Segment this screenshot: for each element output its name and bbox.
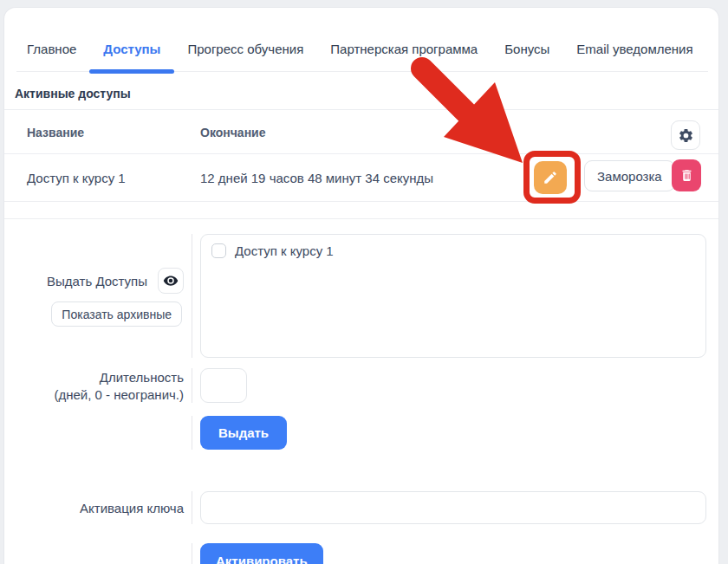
grant-button[interactable]: Выдать — [200, 416, 287, 450]
access-option-checkbox[interactable] — [211, 243, 226, 258]
access-option-row[interactable]: Доступ к курсу 1 — [211, 243, 695, 258]
form-divider — [192, 491, 192, 524]
divider — [4, 109, 718, 110]
access-options-listbox[interactable]: Доступ к курсу 1 — [200, 234, 706, 358]
table-settings-button[interactable] — [671, 120, 700, 150]
eye-icon — [163, 273, 179, 288]
form-divider — [192, 543, 192, 564]
access-option-label: Доступ к курсу 1 — [235, 243, 334, 258]
divider — [4, 153, 718, 154]
show-archived-button[interactable]: Показать архивные — [51, 301, 182, 327]
tab-partnerskaya-programma[interactable]: Партнерская программа — [330, 42, 478, 71]
grant-access-label-row: Выдать Доступы — [47, 268, 184, 294]
key-activation-input[interactable] — [200, 491, 706, 524]
tab-bonusy[interactable]: Бонусы — [504, 42, 549, 71]
tabs-bar: Главное Доступы Прогресс обучения Партне… — [16, 8, 708, 72]
duration-label: Длительность (дней, 0 - неогранич.) — [54, 369, 184, 404]
edit-access-button[interactable] — [534, 161, 567, 194]
key-activation-label: Активация ключа — [80, 501, 184, 515]
duration-input[interactable] — [200, 368, 247, 403]
grant-access-label: Выдать Доступы — [47, 274, 147, 288]
tab-dostupy[interactable]: Доступы — [103, 42, 160, 71]
tab-email-uvedomleniya[interactable]: Email уведомления — [576, 42, 692, 71]
section-title-active-access: Активные доступы — [15, 87, 131, 100]
column-header-ending: Окончание — [200, 126, 265, 139]
divider — [4, 218, 718, 219]
tab-glavnoe[interactable]: Главное — [27, 42, 76, 71]
freeze-access-button[interactable]: Заморозка — [584, 160, 675, 191]
access-row-ending: 12 дней 19 часов 48 минут 34 секунды — [200, 171, 433, 185]
delete-access-button[interactable] — [672, 159, 701, 191]
gear-icon — [678, 127, 694, 144]
divider — [4, 201, 718, 202]
form-divider — [192, 234, 192, 358]
form-divider — [192, 368, 192, 403]
preview-access-button[interactable] — [158, 268, 184, 294]
pencil-icon — [543, 170, 558, 185]
tab-progress-obucheniya[interactable]: Прогресс обучения — [187, 42, 303, 71]
activate-button[interactable]: Активировать — [200, 543, 323, 564]
trash-icon — [679, 168, 694, 183]
access-row-name: Доступ к курсу 1 — [27, 171, 126, 185]
column-header-name: Название — [27, 126, 84, 139]
form-divider — [192, 416, 192, 450]
profile-card: Главное Доступы Прогресс обучения Партне… — [3, 7, 719, 564]
